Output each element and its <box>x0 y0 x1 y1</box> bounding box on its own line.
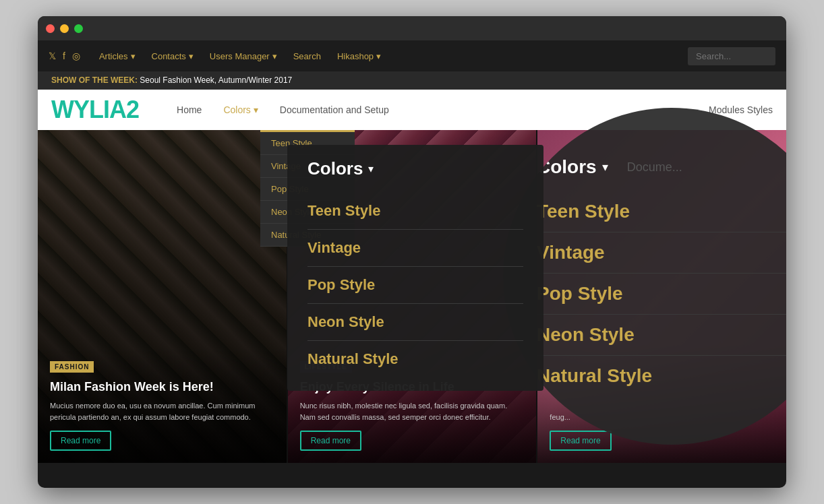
dropdown-big-pop-style[interactable]: Pop Style <box>307 267 523 304</box>
dropdown-big-chevron-icon: ▾ <box>368 162 374 175</box>
card-overlay-fashion: FASHION Milan Fashion Week is Here! Muci… <box>38 346 287 463</box>
title-bar <box>38 16 786 40</box>
social-icons: 𝕏 f ◎ <box>49 51 80 61</box>
browser-window: 𝕏 f ◎ Articles ▾ Contacts ▾ Users Manage… <box>38 16 786 488</box>
facebook-icon[interactable]: f <box>63 51 65 61</box>
nav-documentation[interactable]: Documentation and Setup <box>269 90 400 130</box>
maximize-dot[interactable] <box>74 24 83 33</box>
article-card-fashion: FASHION Milan Fashion Week is Here! Muci… <box>38 130 287 463</box>
search-input[interactable] <box>688 47 775 65</box>
twitter-icon[interactable]: 𝕏 <box>49 51 56 61</box>
card-title-fashion: Milan Fashion Week is Here! <box>50 379 274 395</box>
instagram-icon[interactable]: ◎ <box>72 51 80 61</box>
nav-home[interactable]: Home <box>166 90 212 130</box>
zoom-doc-text: Docume... <box>627 160 682 175</box>
zoom-neon-style[interactable]: Neon Style <box>537 315 786 356</box>
card-text-lifestyle: Nunc risus nibh, molestie nec ligula sed… <box>300 400 525 422</box>
colors-dropdown-big: Colors ▾ Teen Style Vintage Pop Style Ne… <box>287 145 543 391</box>
top-nav-contacts[interactable]: Contacts ▾ <box>144 40 202 71</box>
read-more-third[interactable]: Read more <box>550 431 611 451</box>
zoom-vintage[interactable]: Vintage <box>537 232 786 274</box>
close-dot[interactable] <box>46 24 55 33</box>
top-nav-hikashop[interactable]: Hikashop ▾ <box>329 40 389 71</box>
card-text-fashion: Mucius nemore duo ea, usu ea novum ancil… <box>50 400 274 422</box>
top-nav-links: Articles ▾ Contacts ▾ Users Manager ▾ Se… <box>91 40 688 71</box>
news-prefix: SHOW OF THE WEEK: <box>51 75 138 85</box>
top-nav: 𝕏 f ◎ Articles ▾ Contacts ▾ Users Manage… <box>38 40 786 71</box>
dropdown-big-teen-style[interactable]: Teen Style <box>307 193 523 230</box>
zoom-teen-style[interactable]: Teen Style <box>537 191 786 232</box>
dropdown-big-natural-style[interactable]: Natural Style <box>307 341 523 377</box>
dropdown-big-title: Colors <box>307 158 363 179</box>
minimize-dot[interactable] <box>60 24 69 33</box>
dropdown-big-header: Colors ▾ <box>307 158 523 179</box>
zoom-pop-style[interactable]: Pop Style <box>537 274 786 315</box>
news-text: Seoul Fashion Week, Autumn/Winter 2017 <box>140 75 292 85</box>
read-more-fashion[interactable]: Read more <box>50 431 111 451</box>
top-nav-articles[interactable]: Articles ▾ <box>91 40 144 71</box>
site-logo[interactable]: WYLIA2 <box>51 96 139 124</box>
nav-colors[interactable]: Colors ▾ <box>212 90 268 130</box>
dropdown-big-neon-style[interactable]: Neon Style <box>307 304 523 341</box>
news-bar: SHOW OF THE WEEK: Seoul Fashion Week, Au… <box>38 71 786 90</box>
dropdown-big-vintage[interactable]: Vintage <box>307 230 523 267</box>
nav-modules[interactable]: Modules Styles <box>709 104 773 115</box>
top-nav-search[interactable]: Search <box>285 40 329 71</box>
read-more-lifestyle[interactable]: Read more <box>300 431 361 451</box>
zoom-natural-style[interactable]: Natural Style <box>537 356 786 396</box>
site-content: 𝕏 f ◎ Articles ▾ Contacts ▾ Users Manage… <box>38 40 786 488</box>
zoom-chevron-icon: ▾ <box>602 160 608 175</box>
top-nav-users-manager[interactable]: Users Manager ▾ <box>202 40 285 71</box>
card-label-fashion: FASHION <box>50 361 94 373</box>
